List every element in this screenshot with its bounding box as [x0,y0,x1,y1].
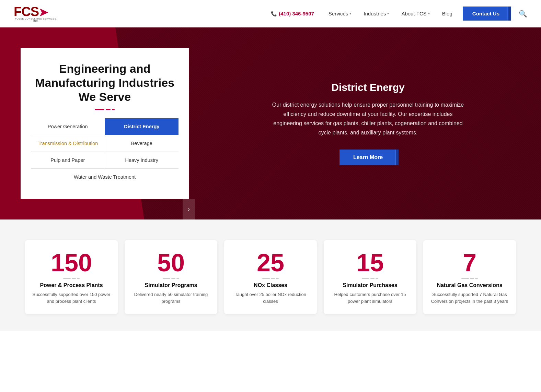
hero-next-arrow[interactable]: › [183,199,195,219]
nav-blog[interactable]: Blog [437,8,457,19]
tab-row-1: Power Generation District Energy [31,118,179,135]
chevron-right-icon: › [188,206,190,213]
stat-divider-1 [163,278,179,279]
logo-subtitle: FOSSE CONSULTING SERVICES, INC. [14,17,58,22]
stat-divider-3 [362,278,378,279]
nav-industries-label: Industries [364,11,386,16]
stat-label-0: Power & Process Plants [40,282,103,288]
contact-button[interactable]: Contact Us [463,7,509,21]
stat-number-3: 15 [356,250,384,275]
district-description: Our district energy solutions help ensur… [272,100,464,138]
stat-label-4: Natural Gas Conversions [437,282,502,288]
nav-blog-label: Blog [442,11,452,16]
nav-services-label: Services [329,11,348,16]
stat-number-2: 25 [257,250,284,275]
chevron-down-icon: ▾ [428,12,430,15]
stat-label-3: Simulator Purchases [343,282,397,288]
stat-card-3: 15 Simulator Purchases Helped customers … [324,240,416,314]
stat-desc-2: Taught over 25 boiler NOx reduction clas… [231,291,310,305]
hero-content: Engineering and Manufacturing Industries… [0,27,541,219]
main-nav: 📞 (410) 346-9507 Services ▾ Industries ▾… [271,7,527,21]
tab-pulp-paper[interactable]: Pulp and Paper [31,152,105,168]
industry-tabs: Power Generation District Energy Transmi… [31,118,179,185]
tab-row-4: Water and Waste Treatment [31,169,179,185]
district-title: District Energy [331,82,404,93]
nav-industries[interactable]: Industries ▾ [359,8,394,19]
stat-divider-4 [461,278,478,279]
stat-desc-0: Successfully supported over 150 power an… [32,291,111,305]
tab-row-3: Pulp and Paper Heavy Industry [31,152,179,169]
stat-divider-0 [63,278,80,279]
industries-card: Engineering and Manufacturing Industries… [21,48,189,199]
nav-about-label: About FCS [401,11,426,16]
chevron-down-icon: ▾ [349,12,351,15]
card-title: Engineering and Manufacturing Industries… [31,62,179,104]
phone-number: (410) 346-9507 [279,11,314,16]
tab-transmission[interactable]: Transmission & Distribution [31,135,105,152]
stat-divider-2 [262,278,279,279]
stat-card-1: 50 Simulator Programs Delivered nearly 5… [125,240,217,314]
stat-number-4: 7 [463,250,476,275]
phone-icon: 📞 [271,11,277,16]
stat-number-0: 150 [51,250,92,275]
stat-card-2: 25 NOx Classes Taught over 25 boiler NOx… [224,240,317,314]
phone-link[interactable]: 📞 (410) 346-9507 [271,11,314,16]
stat-desc-4: Successfully supported 7 Natural Gas Con… [430,291,509,305]
tab-power-generation[interactable]: Power Generation [31,118,105,135]
logo[interactable]: FCS➤ FOSSE CONSULTING SERVICES, INC. [14,3,58,24]
hero-text-area: District Energy Our district energy solu… [195,27,541,219]
stat-label-2: NOx Classes [254,282,287,288]
chevron-down-icon: ▾ [387,12,389,15]
card-divider [31,109,179,110]
stat-desc-1: Delivered nearly 50 simulator training p… [131,291,210,305]
tab-heavy-industry[interactable]: Heavy Industry [105,152,179,168]
search-icon: 🔍 [519,10,527,17]
logo-text: FCS➤ [14,5,58,18]
header: FCS➤ FOSSE CONSULTING SERVICES, INC. 📞 (… [0,0,541,27]
search-button[interactable]: 🔍 [519,10,527,18]
stat-card-4: 7 Natural Gas Conversions Successfully s… [423,240,516,314]
stat-card-0: 150 Power & Process Plants Successfully … [25,240,118,314]
nav-about[interactable]: About FCS ▾ [396,8,434,19]
stat-label-1: Simulator Programs [145,282,197,288]
tab-district-energy[interactable]: District Energy [105,118,179,135]
stat-desc-3: Helped customers purchase over 15 power … [331,291,410,305]
tab-water-waste[interactable]: Water and Waste Treatment [31,169,179,185]
stat-number-1: 50 [157,250,185,275]
hero-section: Engineering and Manufacturing Industries… [0,27,541,219]
tab-beverage[interactable]: Beverage [105,135,179,152]
tab-row-2: Transmission & Distribution Beverage [31,135,179,152]
learn-more-button[interactable]: Learn More [339,150,396,165]
nav-services[interactable]: Services ▾ [324,8,356,19]
stats-section: 150 Power & Process Plants Successfully … [0,219,541,331]
